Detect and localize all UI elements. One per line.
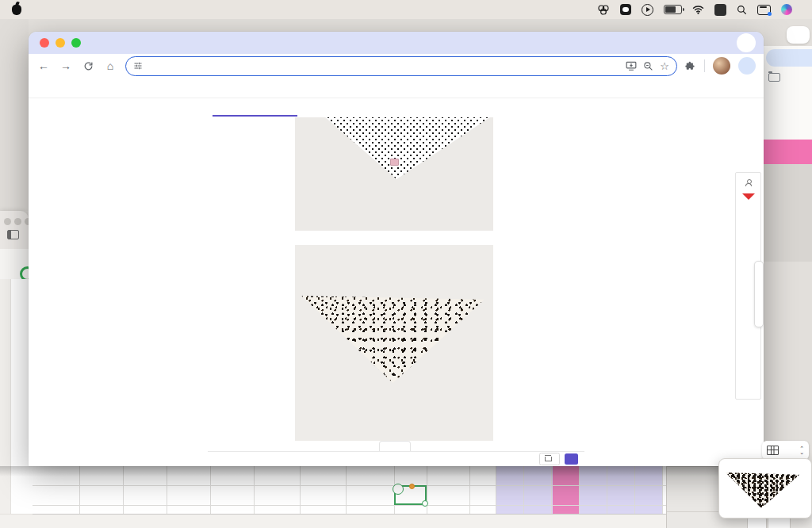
bookmark-star-icon[interactable]: ☆ — [660, 61, 669, 71]
product-image-polka-scarf — [295, 117, 493, 231]
zoom-icon[interactable] — [643, 61, 653, 71]
scroll-up-arrow-icon[interactable] — [742, 193, 755, 200]
purchase-bar — [208, 451, 584, 466]
extensions-icon[interactable] — [685, 60, 696, 71]
profile-avatar[interactable] — [713, 57, 730, 75]
folder-icon — [768, 73, 780, 82]
numbers-window-toolbar — [0, 211, 29, 249]
back-button[interactable]: ← — [36, 59, 51, 72]
back-tab-search-chevron[interactable] — [787, 26, 810, 44]
sheet-cell[interactable] — [254, 469, 293, 480]
line-app-icon[interactable] — [620, 4, 631, 15]
sheet-canvas-below — [0, 515, 666, 528]
minimize-window-button[interactable] — [56, 38, 65, 48]
tab-qna[interactable] — [490, 98, 584, 117]
tab-product-detail[interactable] — [208, 98, 302, 117]
home-button[interactable]: ⌂ — [103, 59, 117, 72]
scarf-preview-panel — [718, 458, 812, 518]
scarf-tag — [390, 159, 399, 166]
tune-icon — [133, 61, 143, 71]
tab-strip — [29, 32, 764, 54]
back-light-strip — [764, 262, 812, 466]
input-method-badge[interactable] — [714, 4, 726, 16]
zoom-window-button[interactable] — [71, 38, 81, 48]
bookmarks-bar — [29, 78, 764, 98]
buy-now-button[interactable] — [565, 453, 578, 465]
finish-update-button[interactable] — [738, 57, 756, 75]
back-update-button[interactable] — [766, 49, 812, 67]
sidebar-toggle-icon[interactable] — [7, 230, 19, 239]
page-content — [29, 98, 764, 466]
pink-column-highlight — [553, 466, 580, 515]
reload-icon — [83, 61, 94, 71]
pink-highlight-bar — [764, 140, 812, 164]
page-scrollbar-thumb[interactable] — [754, 261, 764, 327]
cart-icon — [545, 457, 552, 461]
add-to-cart-button[interactable] — [539, 453, 560, 465]
battery-icon[interactable] — [664, 5, 682, 14]
product-tab-nav — [208, 98, 584, 117]
header-count-stepper[interactable]: ⌃⌄ — [762, 441, 809, 460]
selected-cell[interactable] — [394, 485, 427, 505]
numbers-toolbar-row2 — [0, 249, 29, 280]
chrome-window: ← → ⌂ ☆ — [29, 32, 764, 466]
forward-button[interactable]: → — [59, 59, 73, 72]
control-center-icon[interactable] — [757, 5, 771, 15]
selection-handle[interactable] — [422, 500, 428, 507]
circles-app-icon[interactable] — [597, 4, 610, 15]
screen: ⌃⌄ ← → ⌂ — [0, 0, 812, 528]
siri-icon[interactable] — [781, 4, 792, 15]
inactive-traffic-lights[interactable] — [4, 218, 11, 225]
collapse-bar-button[interactable] — [379, 441, 411, 452]
person-icon[interactable] — [745, 179, 752, 186]
back-all-bookmarks[interactable] — [768, 73, 784, 82]
save-to-device-icon[interactable] — [626, 61, 637, 71]
macos-menu-bar — [0, 0, 812, 19]
tab-purchase-info[interactable] — [302, 98, 396, 117]
apple-logo-icon[interactable] — [12, 5, 21, 15]
close-window-button[interactable] — [40, 38, 49, 48]
product-image-leopard-scarf — [295, 245, 493, 441]
selection-handle[interactable] — [393, 484, 404, 495]
fill-handle[interactable] — [409, 484, 415, 489]
reload-button[interactable] — [81, 61, 95, 71]
tab-reviews[interactable] — [396, 98, 491, 117]
spreadsheet-cells[interactable] — [33, 466, 666, 515]
now-playing-icon[interactable] — [642, 4, 653, 16]
window-controls — [29, 38, 90, 48]
spotlight-search-icon[interactable] — [737, 5, 747, 15]
browser-toolbar: ← → ⌂ ☆ — [29, 54, 764, 78]
back-gray-strip — [764, 164, 812, 262]
wifi-icon[interactable] — [692, 5, 704, 14]
back-window-toolbar-strip — [764, 46, 812, 140]
address-bar[interactable]: ☆ — [125, 56, 677, 76]
desktop-left-strip — [0, 19, 29, 211]
sheet-cell[interactable] — [254, 489, 293, 500]
polka-dot-scarf — [322, 117, 492, 179]
tab-search-button[interactable] — [737, 33, 756, 52]
sheet-cell[interactable] — [396, 469, 424, 480]
tab-favicons — [90, 32, 737, 54]
leopard-scarf-preview-image — [726, 470, 802, 508]
leopard-scarf — [300, 294, 490, 383]
stepper-arrows[interactable]: ⌃⌄ — [799, 446, 804, 454]
table-grid-icon — [767, 446, 779, 455]
